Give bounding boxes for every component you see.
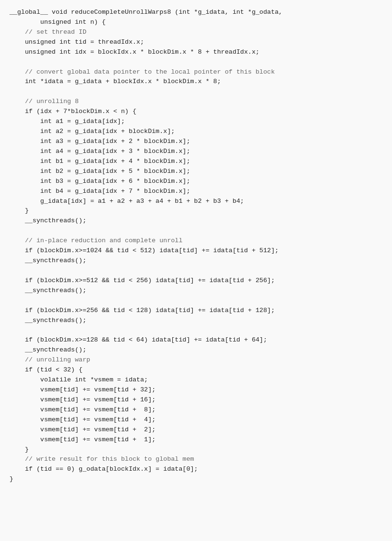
code-line: unsigned int tid = threadIdx.x;: [9, 38, 383, 47]
code-line: if (blockDim.x>=256 && tid < 128) idata[…: [9, 306, 383, 316]
code-line: volatile int *vsmem = idata;: [9, 375, 383, 385]
code-line: __global__ void reduceCompleteUnrollWarp…: [9, 8, 383, 18]
code-line: // unrolling warp: [9, 355, 383, 365]
code-line: if (blockDim.x>=512 && tid < 256) idata[…: [9, 276, 383, 286]
code-line: // convert global data pointer to the lo…: [9, 67, 383, 77]
code-line: if (tid < 32) {: [9, 365, 383, 375]
code-line: // in-place reduction and complete unrol…: [9, 236, 383, 246]
code-line: int b3 = g_idata[idx + 6 * blockDim.x];: [9, 177, 383, 187]
code-line: }: [9, 206, 383, 216]
code-line: if (idx + 7*blockDim.x < n) {: [9, 107, 383, 117]
code-line: vsmem[tid] += vsmem[tid + 8];: [9, 405, 383, 415]
code-line: vsmem[tid] += vsmem[tid + 16];: [9, 395, 383, 405]
code-line: [9, 57, 383, 67]
code-line: [9, 226, 383, 236]
code-line: // unrolling 8: [9, 97, 383, 107]
code-line: }: [9, 445, 383, 455]
code-line: unsigned int n) {: [9, 18, 383, 28]
code-line: // set thread ID: [9, 28, 383, 38]
code-line: int b1 = g_idata[idx + 4 * blockDim.x];: [9, 157, 383, 167]
code-line: vsmem[tid] += vsmem[tid + 1];: [9, 435, 383, 445]
code-line: __syncthreads();: [9, 345, 383, 355]
code-line: [9, 296, 383, 306]
code-line: int a3 = g_idata[idx + 2 * blockDim.x];: [9, 137, 383, 147]
code-line: g_idata[idx] = a1 + a2 + a3 + a4 + b1 + …: [9, 197, 383, 207]
code-line: vsmem[tid] += vsmem[tid + 2];: [9, 425, 383, 435]
code-line: if (blockDim.x>=1024 && tid < 512) idata…: [9, 246, 383, 256]
code-line: int a2 = g_idata[idx + blockDim.x];: [9, 127, 383, 137]
code-line: int b2 = g_idata[idx + 5 * blockDim.x];: [9, 167, 383, 177]
code-line: int a1 = g_idata[idx];: [9, 117, 383, 127]
code-line: if (tid == 0) g_odata[blockIdx.x] = idat…: [9, 465, 383, 475]
code-line: int a4 = g_idata[idx + 3 * blockDim.x];: [9, 147, 383, 157]
code-line: vsmem[tid] += vsmem[tid + 4];: [9, 415, 383, 425]
code-line: __syncthreads();: [9, 216, 383, 226]
code-line: int *idata = g_idata + blockIdx.x * bloc…: [9, 77, 383, 87]
code-line: }: [9, 475, 383, 484]
code-line: __syncthreads();: [9, 286, 383, 296]
code-line: [9, 326, 383, 336]
code-line: __syncthreads();: [9, 256, 383, 266]
code-line: [9, 266, 383, 276]
code-line: [9, 87, 383, 97]
code-line: vsmem[tid] += vsmem[tid + 32];: [9, 385, 383, 395]
code-line: if (blockDim.x>=128 && tid < 64) idata[t…: [9, 335, 383, 345]
code-line: // write result for this block to global…: [9, 455, 383, 465]
code-line: unsigned int idx = blockIdx.x * blockDim…: [9, 47, 383, 57]
code-line: int b4 = g_idata[idx + 7 * blockDim.x];: [9, 187, 383, 197]
code-block: __global__ void reduceCompleteUnrollWarp…: [0, 0, 392, 541]
code-line: __syncthreads();: [9, 316, 383, 326]
